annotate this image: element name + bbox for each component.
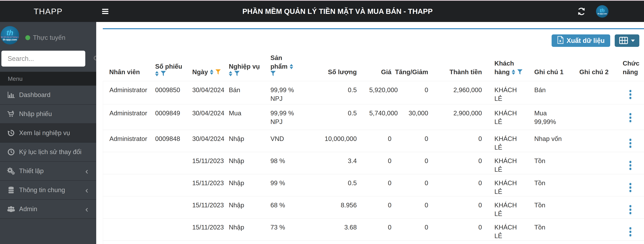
th-logo-domain: th-app.com (3, 38, 17, 41)
filter-icon[interactable] (216, 69, 221, 75)
sort-icon[interactable] (155, 71, 158, 76)
sidebar-item-label: Xem lại nghiệp vụ (19, 129, 70, 137)
chart-bar-icon (6, 91, 16, 99)
filter-icon[interactable] (270, 71, 276, 76)
column-header-ngay[interactable]: Ngày (186, 54, 222, 81)
cell-ngay: 30/04/2024 (186, 130, 222, 152)
sidebar-item-label: Thông tin chung (19, 186, 65, 194)
column-header-so_luong[interactable]: Số lượng (313, 54, 363, 81)
column-header-gia[interactable]: Giá (363, 54, 398, 81)
export-data-button[interactable]: x Xuất dữ liệu (552, 34, 610, 47)
row-actions-menu[interactable] (630, 205, 631, 214)
cell-tang_giam: 0 (398, 218, 434, 241)
cell-ghi_chu_1: Tồn (528, 218, 573, 241)
cell-gia: 5,920,000 (363, 81, 398, 104)
filter-icon[interactable] (517, 69, 522, 75)
cell-chuc_nang (616, 130, 644, 152)
cell-san_pham: 68 % (264, 196, 313, 218)
sort-icon[interactable] (512, 70, 515, 75)
column-header-khach_hang[interactable]: Kháchhàng (488, 54, 528, 81)
cell-khach_hang: KHÁCH LẺ (488, 174, 528, 196)
cell-so_phieu (149, 218, 186, 241)
filter-icon[interactable] (161, 71, 166, 76)
cell-khach_hang: KHÁCH LẺ (488, 152, 528, 174)
sidebar-item-label: Nhập phiếu (19, 110, 52, 118)
online-status: Thực tuyến (25, 34, 65, 41)
cell-chuc_nang (616, 196, 644, 218)
cell-chuc_nang (616, 152, 644, 174)
cell-ghi_chu_1: Tồn (528, 174, 573, 196)
column-header-tang_giam[interactable]: Tăng/Giảm (398, 54, 434, 81)
sidebar-item-cart-plus[interactable]: Nhập phiếu (0, 105, 96, 124)
column-header-san_pham[interactable]: Sảnphẩm (264, 54, 313, 81)
sidebar-item-gears[interactable]: Thiết lập‹ (0, 162, 96, 181)
column-header-nghiep_vu[interactable]: Nghiệp vụ (222, 54, 264, 81)
profile-avatar: th Tiện Ích cho cả Tương Lai th-app.com (1, 26, 19, 44)
sidebar-item-database[interactable]: Thông tin chung‹ (0, 181, 96, 200)
cell-ghi_chu_2 (573, 218, 616, 241)
cell-ngay: 15/11/2023 (186, 152, 222, 174)
export-data-label: Xuất dữ liệu (566, 37, 605, 44)
cell-chuc_nang (616, 81, 644, 104)
column-header-label: Thành tiền (450, 68, 482, 76)
column-visibility-button[interactable] (615, 34, 639, 47)
cell-nhan_vien (103, 241, 149, 244)
column-header-label: Giá (381, 68, 392, 76)
sidebar-item-history[interactable]: Xem lại nghiệp vụ (0, 124, 96, 143)
row-actions-menu[interactable] (630, 160, 631, 170)
cell-so_luong: 10,000,000 (313, 130, 363, 152)
column-header-label: Chức (623, 59, 640, 68)
sidebar-item-label: Thiết lập (19, 167, 44, 175)
row-actions-menu[interactable] (630, 138, 631, 148)
chevron-down-icon (631, 40, 635, 42)
row-actions-menu[interactable] (630, 227, 631, 237)
filter-icon[interactable] (234, 71, 240, 76)
refresh-icon[interactable] (577, 7, 586, 15)
th-logo-mark: th (6, 30, 13, 36)
cell-ghi_chu_1: Nhap vốn (528, 130, 573, 152)
cell-nghiep_vu: Nhập (222, 174, 264, 196)
sort-icon[interactable] (290, 64, 293, 69)
row-actions-menu[interactable] (630, 183, 631, 192)
sidebar-item-label: Dashboard (19, 91, 50, 99)
sort-icon[interactable] (210, 70, 214, 75)
svg-text:x: x (559, 38, 562, 43)
cell-san_pham: 73 % (264, 218, 313, 241)
cell-ngay: 15/11/2023 (186, 241, 222, 244)
cell-so_luong: 0.5 (313, 104, 363, 130)
column-header-label: Ghi chú 1 (534, 68, 564, 76)
sidebar-item-clock[interactable]: Ký lục lịch sử thay đổi (0, 143, 96, 162)
sort-icon[interactable] (229, 71, 232, 76)
th-logo-mark: th (600, 8, 605, 13)
hamburger-menu-icon[interactable] (102, 9, 108, 14)
row-actions-menu[interactable] (630, 113, 631, 122)
cell-nghiep_vu: Mua (222, 104, 264, 130)
cell-gia: 0 (363, 218, 398, 241)
cell-khach_hang: KHÁCH LẺ (488, 241, 528, 244)
cell-so_luong: 3.4 (313, 152, 363, 174)
cell-gia: 0 (363, 130, 398, 152)
user-avatar[interactable]: th th-app.com (596, 5, 608, 18)
table-row: Administrator000984830/04/2024NhậpVND10,… (103, 130, 644, 152)
sidebar-search (2, 51, 85, 67)
online-status-label: Thực tuyến (33, 34, 65, 41)
column-header-label: năng (623, 68, 638, 76)
column-header-so_phieu[interactable]: Số phiếu (149, 54, 186, 81)
cell-tang_giam: 0 (398, 174, 434, 196)
sidebar-item-users[interactable]: Admin‹ (0, 200, 96, 219)
main-content: x Xuất dữ liệu Nhân viênSố phiếuNgàyNghi… (96, 22, 644, 244)
sidebar-item-chart-bar[interactable]: Dashboard (0, 86, 96, 105)
column-header-label: Tăng/Giảm (395, 68, 428, 76)
column-header-thanh_tien[interactable]: Thành tiền (434, 54, 488, 81)
column-header-ghi_chu_2[interactable]: Ghi chú 2 (573, 54, 616, 81)
cell-so_phieu (149, 152, 186, 174)
column-header-label: hàng (494, 68, 510, 76)
menu-section-label: Menu (0, 72, 96, 86)
cell-so_phieu (149, 196, 186, 218)
column-header-nhan_vien[interactable]: Nhân viên (103, 54, 149, 81)
cell-so_phieu: 0009848 (149, 130, 186, 152)
column-header-ghi_chu_1[interactable]: Ghi chú 1 (528, 54, 573, 81)
search-input[interactable] (7, 55, 93, 63)
row-actions-menu[interactable] (630, 90, 631, 99)
column-header-chuc_nang[interactable]: Chứcnăng (616, 54, 644, 81)
